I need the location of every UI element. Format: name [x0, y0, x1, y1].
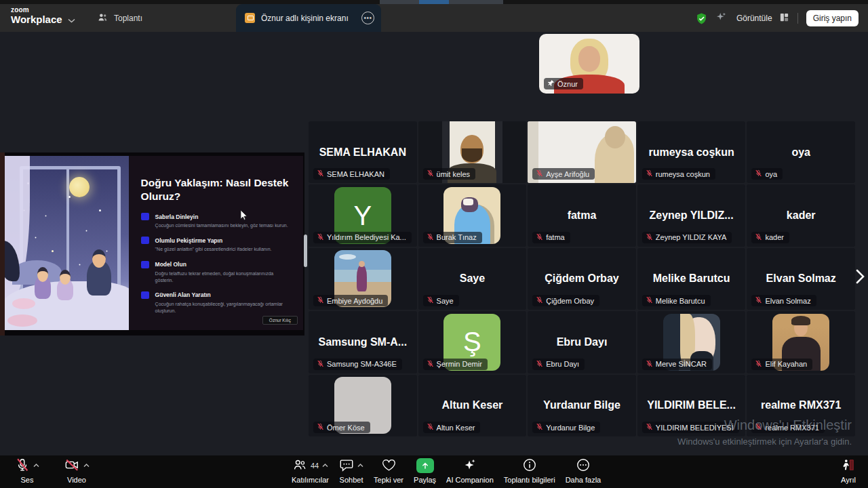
participant-tile[interactable]: Altun Keser Altun Keser: [418, 375, 527, 436]
pinned-speaker-tile[interactable]: Öznur: [539, 34, 639, 94]
tab-meeting-label: Toplantı: [114, 14, 142, 23]
zoom-workplace-logo: zoom Workplace: [11, 7, 62, 24]
mute-button[interactable]: Ses: [15, 458, 39, 484]
participant-name-label: oya: [765, 170, 777, 178]
participant-display-name: YILDIRIM BELE...: [644, 399, 738, 411]
muted-mic-icon: [755, 360, 762, 369]
share-button[interactable]: Paylaş: [414, 458, 436, 484]
participant-label-chip: YILDIRIM BELEDİYESİ: [642, 422, 739, 433]
participant-label-chip: rumeysa coşkun: [642, 168, 715, 180]
chat-button[interactable]: Sohbet: [339, 458, 363, 484]
bullet-square-icon: [141, 261, 149, 268]
bullet-heading: Güvenli Alan Yaratın: [155, 291, 211, 298]
more-button[interactable]: Daha fazla: [566, 458, 601, 484]
participant-tile[interactable]: Elvan Solmaz Elvan Solmaz: [747, 248, 855, 310]
participants-button-label: Katılımcılar: [292, 476, 329, 484]
participant-display-name: SEMA ELHAKAN: [317, 146, 409, 159]
participant-display-name: Saye: [457, 272, 488, 285]
participant-grid: SEMA ELHAKAN SEMA ELHAKAN ümit keles Ayş…: [309, 121, 855, 436]
participant-tile[interactable]: Ebru Dayı Ebru Dayı: [528, 311, 636, 373]
meeting-info-label: Toplantı bilgileri: [504, 476, 555, 484]
participant-tile[interactable]: Elif Kayahan: [747, 311, 855, 373]
participant-label-chip: kader: [751, 232, 789, 243]
signin-button[interactable]: Giriş yapın: [806, 10, 859, 26]
tab-meeting[interactable]: Toplantı: [97, 9, 142, 27]
bullet-body: Doğru telaffuzu tekrar etmeden, doğal ko…: [155, 270, 292, 284]
leave-button[interactable]: Ayrıl: [841, 458, 856, 484]
react-button[interactable]: Tepki ver: [374, 458, 403, 484]
participant-tile[interactable]: Ömer Köse: [309, 375, 417, 436]
view-layout-icon[interactable]: [779, 12, 789, 25]
layout-divider-handle[interactable]: [304, 235, 307, 267]
bullet-heading: Olumlu Pekiştirme Yapın: [155, 237, 223, 244]
muted-mic-icon: [755, 169, 762, 178]
participant-tile[interactable]: ümit keles: [418, 121, 527, 183]
video-button[interactable]: Video: [64, 458, 90, 484]
participant-tile[interactable]: realme RMX371 realme RMX371: [747, 375, 855, 436]
participant-label-chip: ümit keles: [423, 168, 476, 180]
participant-tile[interactable]: Saye Saye: [418, 248, 527, 310]
participant-tile[interactable]: Ayşe Arifoğlu: [528, 121, 636, 183]
participant-label-chip: Elif Kayahan: [751, 359, 812, 370]
participants-button[interactable]: 44 Katılımcılar: [292, 458, 329, 484]
muted-mic-icon: [536, 296, 543, 305]
muted-mic-icon: [317, 169, 324, 178]
participant-tile[interactable]: Samsung SM-A... Samsung SM-A346E: [309, 311, 417, 373]
chat-caret[interactable]: [357, 464, 363, 468]
participant-tile[interactable]: Zeynep YILDIZ... Zeynep YILDIZ KAYA: [637, 184, 746, 246]
participants-caret[interactable]: [322, 464, 328, 468]
participant-tile[interactable]: Çiğdem Orbay Çiğdem Orbay: [528, 248, 636, 310]
participant-tile[interactable]: rumeysa coşkun rumeysa coşkun: [637, 121, 746, 183]
participant-label-chip: Melike Barutcu: [642, 295, 711, 306]
tab-options-icon[interactable]: •••: [361, 12, 374, 24]
slide-bullet: Model Olun Doğru telaffuzu tekrar etmede…: [141, 261, 292, 284]
mic-options-caret[interactable]: [33, 464, 39, 468]
participant-tile[interactable]: kader kader: [747, 184, 855, 246]
leave-button-label: Ayrıl: [841, 476, 856, 484]
participant-tile[interactable]: Merve SİNCAR: [637, 311, 746, 373]
shared-screen[interactable]: Doğru Yaklaşım: Nasıl Destek Oluruz? Sab…: [0, 152, 304, 336]
heart-icon: [381, 458, 397, 474]
participant-label-chip: Yıldırım Belediyesi Ka...: [313, 232, 412, 243]
view-button-label[interactable]: Görüntüle: [736, 14, 772, 23]
next-page-button[interactable]: [853, 268, 867, 285]
muted-mic-icon: [427, 423, 434, 432]
participant-tile[interactable]: Embiye Aydoğdu: [309, 248, 417, 310]
video-options-caret[interactable]: [83, 464, 90, 468]
ai-sparkle-icon[interactable]: [715, 11, 727, 26]
bullet-body: "Ne güzel anlattın" gibi cesaretlendiric…: [155, 246, 292, 253]
participant-tile[interactable]: Y Yıldırım Belediyesi Ka...: [309, 184, 417, 246]
tab-screen-share[interactable]: Öznur adlı kişinin ekranı •••: [236, 4, 381, 32]
muted-mic-icon: [317, 360, 324, 369]
participant-tile[interactable]: YILDIRIM BELE... YILDIRIM BELEDİYESİ: [637, 375, 746, 436]
participant-tile[interactable]: Burak Tınaz: [418, 184, 527, 246]
meeting-info-button[interactable]: Toplantı bilgileri: [504, 458, 555, 484]
participant-label-chip: Elvan Solmaz: [751, 295, 816, 306]
participant-tile[interactable]: fatma fatma: [528, 184, 636, 246]
people-icon: [97, 12, 108, 25]
ai-companion-label: AI Companion: [446, 476, 494, 484]
security-shield-icon[interactable]: [695, 12, 708, 25]
muted-mic-icon: [427, 296, 434, 305]
tab-screen-share-label: Öznur adlı kişinin ekranı: [261, 14, 361, 23]
participant-display-name: Yurdanur Bilge: [540, 399, 623, 411]
muted-mic-icon: [646, 360, 653, 369]
participant-name-label: Şermin Demir: [437, 360, 482, 368]
participant-display-name: Zeynep YILDIZ...: [647, 209, 736, 222]
ai-companion-button[interactable]: AI Companion: [446, 458, 494, 484]
muted-mic-icon: [536, 360, 543, 369]
muted-mic-icon: [536, 233, 543, 242]
participant-tile[interactable]: oya oya: [747, 121, 855, 183]
muted-mic-icon: [317, 423, 324, 432]
participant-label-chip: Embiye Aydoğdu: [313, 295, 388, 306]
participant-display-name: Altun Keser: [439, 399, 505, 411]
participant-label-chip: Ayşe Arifoğlu: [532, 168, 595, 180]
participant-tile[interactable]: Yurdanur Bilge Yurdanur Bilge: [528, 375, 636, 436]
participant-tile[interactable]: SEMA ELHAKAN SEMA ELHAKAN: [309, 121, 417, 183]
muted-mic-icon: [755, 423, 762, 432]
participant-label-chip: Şermin Demir: [423, 359, 488, 370]
chat-button-label: Sohbet: [340, 476, 363, 484]
participant-tile[interactable]: Ş Şermin Demir: [418, 311, 527, 373]
chevron-down-icon[interactable]: [68, 14, 75, 26]
participant-tile[interactable]: Melike Barutcu Melike Barutcu: [637, 248, 746, 310]
